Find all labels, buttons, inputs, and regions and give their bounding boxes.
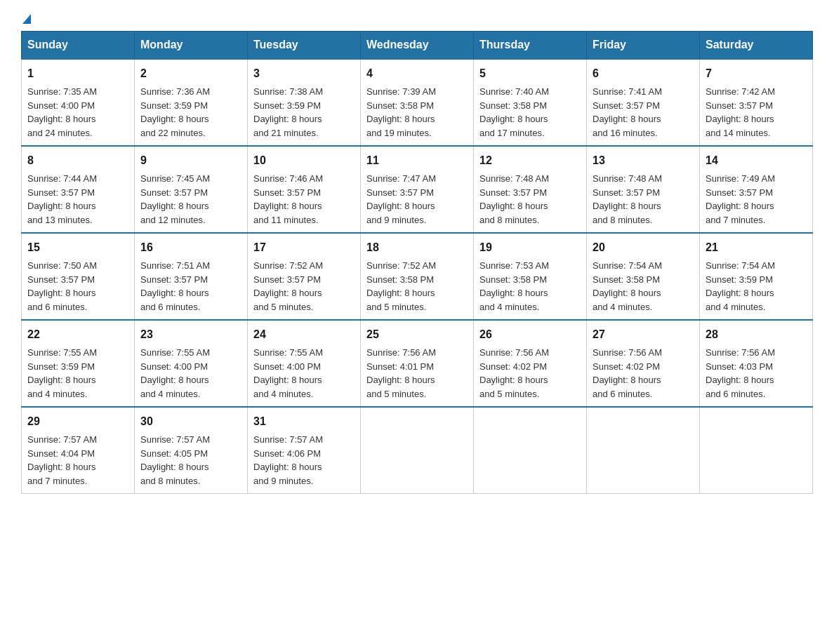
day-info: Sunrise: 7:42 AMSunset: 3:57 PMDaylight:…	[706, 86, 775, 138]
weekday-header-row: SundayMondayTuesdayWednesdayThursdayFrid…	[22, 32, 813, 60]
day-info: Sunrise: 7:55 AMSunset: 4:00 PMDaylight:…	[253, 347, 323, 399]
day-info: Sunrise: 7:56 AMSunset: 4:02 PMDaylight:…	[593, 347, 662, 399]
day-number: 31	[253, 413, 355, 430]
calendar-cell-week2-day5: 13 Sunrise: 7:48 AMSunset: 3:57 PMDaylig…	[587, 146, 700, 233]
day-number: 2	[140, 65, 241, 82]
day-number: 9	[140, 152, 241, 169]
day-info: Sunrise: 7:48 AMSunset: 3:57 PMDaylight:…	[479, 173, 549, 225]
weekday-header-wednesday: Wednesday	[361, 32, 474, 60]
day-number: 29	[27, 413, 128, 430]
day-number: 5	[479, 65, 581, 82]
day-info: Sunrise: 7:47 AMSunset: 3:57 PMDaylight:…	[366, 173, 436, 225]
calendar-cell-week1-day0: 1 Sunrise: 7:35 AMSunset: 4:00 PMDayligh…	[22, 59, 135, 146]
day-number: 28	[706, 326, 807, 343]
day-info: Sunrise: 7:56 AMSunset: 4:02 PMDaylight:…	[479, 347, 549, 399]
logo	[21, 14, 31, 24]
day-number: 26	[479, 326, 581, 343]
weekday-header-saturday: Saturday	[700, 32, 813, 60]
calendar-cell-week5-day1: 30 Sunrise: 7:57 AMSunset: 4:05 PMDaylig…	[135, 407, 248, 494]
day-number: 18	[366, 239, 468, 256]
day-number: 4	[366, 65, 468, 82]
day-info: Sunrise: 7:52 AMSunset: 3:57 PMDaylight:…	[253, 260, 323, 312]
calendar-cell-week2-day0: 8 Sunrise: 7:44 AMSunset: 3:57 PMDayligh…	[22, 146, 135, 233]
day-info: Sunrise: 7:55 AMSunset: 3:59 PMDaylight:…	[27, 347, 97, 399]
calendar-cell-week1-day5: 6 Sunrise: 7:41 AMSunset: 3:57 PMDayligh…	[587, 59, 700, 146]
calendar-cell-week2-day2: 10 Sunrise: 7:46 AMSunset: 3:57 PMDaylig…	[248, 146, 361, 233]
page-header	[21, 14, 813, 24]
calendar-cell-week5-day6	[700, 407, 813, 494]
calendar-cell-week4-day0: 22 Sunrise: 7:55 AMSunset: 3:59 PMDaylig…	[22, 320, 135, 407]
weekday-header-monday: Monday	[135, 32, 248, 60]
day-info: Sunrise: 7:54 AMSunset: 3:59 PMDaylight:…	[706, 260, 775, 312]
day-number: 16	[140, 239, 241, 256]
day-info: Sunrise: 7:57 AMSunset: 4:06 PMDaylight:…	[253, 434, 323, 486]
day-number: 17	[253, 239, 355, 256]
day-number: 15	[27, 239, 128, 256]
day-info: Sunrise: 7:54 AMSunset: 3:58 PMDaylight:…	[593, 260, 662, 312]
calendar-cell-week5-day2: 31 Sunrise: 7:57 AMSunset: 4:06 PMDaylig…	[248, 407, 361, 494]
calendar-cell-week5-day3	[361, 407, 474, 494]
day-info: Sunrise: 7:57 AMSunset: 4:04 PMDaylight:…	[27, 434, 97, 486]
calendar-cell-week3-day3: 18 Sunrise: 7:52 AMSunset: 3:58 PMDaylig…	[361, 233, 474, 320]
day-number: 22	[27, 326, 128, 343]
day-info: Sunrise: 7:41 AMSunset: 3:57 PMDaylight:…	[593, 86, 662, 138]
logo-triangle-icon	[22, 14, 31, 24]
calendar-cell-week4-day3: 25 Sunrise: 7:56 AMSunset: 4:01 PMDaylig…	[361, 320, 474, 407]
day-number: 19	[479, 239, 581, 256]
calendar-cell-week3-day0: 15 Sunrise: 7:50 AMSunset: 3:57 PMDaylig…	[22, 233, 135, 320]
day-number: 20	[593, 239, 694, 256]
day-number: 1	[27, 65, 128, 82]
calendar-cell-week3-day1: 16 Sunrise: 7:51 AMSunset: 3:57 PMDaylig…	[135, 233, 248, 320]
calendar-cell-week1-day3: 4 Sunrise: 7:39 AMSunset: 3:58 PMDayligh…	[361, 59, 474, 146]
week-row-1: 1 Sunrise: 7:35 AMSunset: 4:00 PMDayligh…	[22, 59, 813, 146]
day-number: 7	[706, 65, 807, 82]
day-number: 11	[366, 152, 468, 169]
day-info: Sunrise: 7:56 AMSunset: 4:03 PMDaylight:…	[706, 347, 775, 399]
day-info: Sunrise: 7:46 AMSunset: 3:57 PMDaylight:…	[253, 173, 323, 225]
day-number: 25	[366, 326, 468, 343]
day-info: Sunrise: 7:56 AMSunset: 4:01 PMDaylight:…	[366, 347, 436, 399]
day-number: 27	[593, 326, 694, 343]
day-info: Sunrise: 7:55 AMSunset: 4:00 PMDaylight:…	[140, 347, 210, 399]
calendar-cell-week5-day0: 29 Sunrise: 7:57 AMSunset: 4:04 PMDaylig…	[22, 407, 135, 494]
day-info: Sunrise: 7:57 AMSunset: 4:05 PMDaylight:…	[140, 434, 210, 486]
day-info: Sunrise: 7:53 AMSunset: 3:58 PMDaylight:…	[479, 260, 549, 312]
calendar-cell-week3-day2: 17 Sunrise: 7:52 AMSunset: 3:57 PMDaylig…	[248, 233, 361, 320]
week-row-5: 29 Sunrise: 7:57 AMSunset: 4:04 PMDaylig…	[22, 407, 813, 494]
day-info: Sunrise: 7:51 AMSunset: 3:57 PMDaylight:…	[140, 260, 210, 312]
day-info: Sunrise: 7:49 AMSunset: 3:57 PMDaylight:…	[706, 173, 775, 225]
calendar-cell-week1-day2: 3 Sunrise: 7:38 AMSunset: 3:59 PMDayligh…	[248, 59, 361, 146]
day-number: 6	[593, 65, 694, 82]
day-number: 30	[140, 413, 241, 430]
calendar-cell-week4-day6: 28 Sunrise: 7:56 AMSunset: 4:03 PMDaylig…	[700, 320, 813, 407]
weekday-header-sunday: Sunday	[22, 32, 135, 60]
calendar-cell-week3-day5: 20 Sunrise: 7:54 AMSunset: 3:58 PMDaylig…	[587, 233, 700, 320]
week-row-2: 8 Sunrise: 7:44 AMSunset: 3:57 PMDayligh…	[22, 146, 813, 233]
day-info: Sunrise: 7:36 AMSunset: 3:59 PMDaylight:…	[140, 86, 210, 138]
day-number: 8	[27, 152, 128, 169]
calendar-cell-week4-day4: 26 Sunrise: 7:56 AMSunset: 4:02 PMDaylig…	[474, 320, 587, 407]
day-number: 3	[253, 65, 355, 82]
week-row-4: 22 Sunrise: 7:55 AMSunset: 3:59 PMDaylig…	[22, 320, 813, 407]
day-info: Sunrise: 7:44 AMSunset: 3:57 PMDaylight:…	[27, 173, 97, 225]
calendar-cell-week4-day5: 27 Sunrise: 7:56 AMSunset: 4:02 PMDaylig…	[587, 320, 700, 407]
weekday-header-tuesday: Tuesday	[248, 32, 361, 60]
calendar-cell-week2-day6: 14 Sunrise: 7:49 AMSunset: 3:57 PMDaylig…	[700, 146, 813, 233]
day-info: Sunrise: 7:50 AMSunset: 3:57 PMDaylight:…	[27, 260, 97, 312]
day-number: 24	[253, 326, 355, 343]
day-number: 13	[593, 152, 694, 169]
calendar-cell-week4-day1: 23 Sunrise: 7:55 AMSunset: 4:00 PMDaylig…	[135, 320, 248, 407]
day-number: 10	[253, 152, 355, 169]
calendar-cell-week2-day4: 12 Sunrise: 7:48 AMSunset: 3:57 PMDaylig…	[474, 146, 587, 233]
calendar-table: SundayMondayTuesdayWednesdayThursdayFrid…	[21, 31, 813, 494]
calendar-cell-week1-day4: 5 Sunrise: 7:40 AMSunset: 3:58 PMDayligh…	[474, 59, 587, 146]
weekday-header-friday: Friday	[587, 32, 700, 60]
day-info: Sunrise: 7:52 AMSunset: 3:58 PMDaylight:…	[366, 260, 436, 312]
day-number: 23	[140, 326, 241, 343]
calendar-cell-week2-day3: 11 Sunrise: 7:47 AMSunset: 3:57 PMDaylig…	[361, 146, 474, 233]
calendar-cell-week3-day6: 21 Sunrise: 7:54 AMSunset: 3:59 PMDaylig…	[700, 233, 813, 320]
day-number: 12	[479, 152, 581, 169]
calendar-cell-week4-day2: 24 Sunrise: 7:55 AMSunset: 4:00 PMDaylig…	[248, 320, 361, 407]
day-info: Sunrise: 7:39 AMSunset: 3:58 PMDaylight:…	[366, 86, 436, 138]
calendar-cell-week1-day6: 7 Sunrise: 7:42 AMSunset: 3:57 PMDayligh…	[700, 59, 813, 146]
